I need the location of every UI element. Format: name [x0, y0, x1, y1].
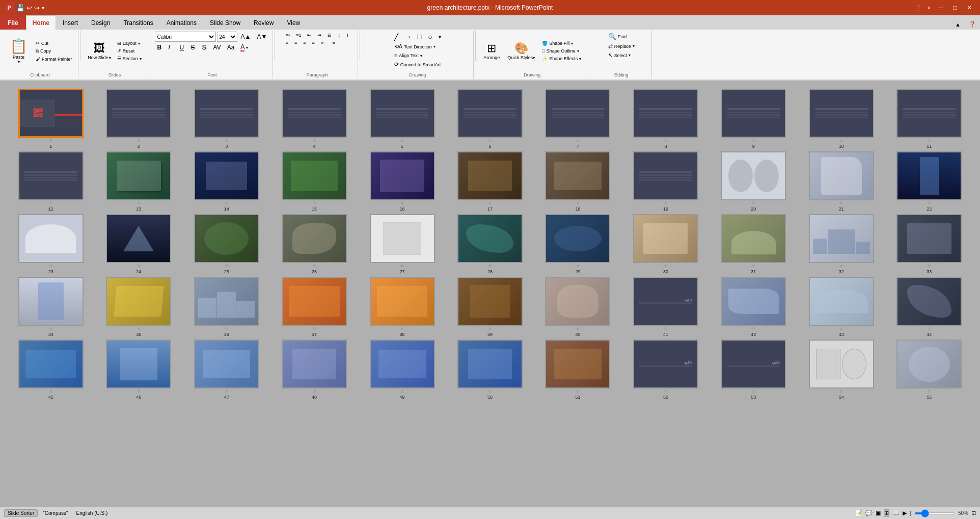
slide-thumb-17[interactable] — [457, 151, 523, 200]
slide-thumb-53[interactable]: دانلود — [721, 340, 786, 388]
increase-indent-button[interactable]: ⇥ — [315, 32, 324, 39]
bold-button[interactable]: B — [155, 43, 165, 52]
slide-thumb-8[interactable] — [633, 89, 698, 138]
shadow-button[interactable]: S — [200, 43, 210, 52]
align-right-button[interactable]: ≡ — [301, 39, 308, 46]
slide-thumb-11[interactable] — [896, 89, 962, 138]
slideshow-tab[interactable]: Slide Show — [203, 15, 247, 30]
normal-view-btn[interactable]: ▣ — [876, 510, 881, 516]
copy-button[interactable]: ⧉ Copy — [33, 47, 75, 55]
slide-thumb-23[interactable] — [18, 214, 84, 263]
help-ribbon-icon[interactable]: ❓ — [965, 19, 980, 30]
slide-thumb-43[interactable] — [809, 277, 874, 326]
font-case-button[interactable]: Aa — [225, 43, 237, 52]
slide-thumb-39[interactable] — [457, 277, 523, 326]
line-spacing-button[interactable]: ↕ — [335, 32, 343, 39]
home-tab[interactable]: Home — [26, 15, 56, 30]
oval-shape-button[interactable]: ○ — [425, 32, 434, 42]
zoom-slider[interactable] — [914, 512, 955, 514]
compass-btn[interactable]: "Compass" — [40, 510, 71, 516]
slide-thumb-13[interactable] — [106, 151, 171, 200]
redo-button[interactable]: ↪ — [34, 4, 40, 12]
slide-thumb-34[interactable] — [18, 277, 84, 326]
slide-thumb-47[interactable] — [194, 340, 259, 388]
maximize-button[interactable]: □ — [948, 3, 962, 13]
slide-thumb-18[interactable] — [545, 151, 610, 200]
slide-thumb-19[interactable] — [633, 151, 698, 200]
slide-thumb-6[interactable] — [457, 89, 523, 138]
align-center-button[interactable]: ≡ — [292, 39, 300, 46]
animations-tab[interactable]: Animations — [160, 15, 203, 30]
increase-font-button[interactable]: A▲ — [238, 32, 254, 41]
slide-thumb-22[interactable] — [896, 151, 962, 200]
slide-thumb-30[interactable] — [633, 214, 698, 263]
slide-thumb-16[interactable] — [370, 151, 435, 200]
slide-thumb-32[interactable] — [809, 214, 874, 263]
slide-thumb-15[interactable] — [282, 151, 347, 200]
fit-slide-btn[interactable]: ⊡ — [971, 510, 976, 516]
slide-thumb-10[interactable] — [809, 89, 874, 138]
strikethrough-button[interactable]: S — [188, 43, 199, 52]
new-slide-dropdown[interactable]: ▾ — [109, 56, 111, 60]
slide-thumb-33[interactable] — [896, 214, 962, 263]
text-indent-button[interactable]: ⇤ — [318, 39, 328, 46]
paste-dropdown[interactable]: ▾ — [18, 60, 20, 64]
quick-styles-button[interactable]: 🎨 Quick Styles ▾ — [505, 40, 537, 62]
align-text-button[interactable]: ≡ Align Text ▾ — [392, 51, 425, 60]
slide-thumb-55[interactable] — [896, 340, 962, 388]
slide-thumb-35[interactable] — [106, 277, 171, 326]
convert-smartart-button[interactable]: ⟳ Convert to SmartArt — [392, 60, 444, 69]
slide-thumb-54[interactable] — [809, 340, 874, 388]
slide-thumb-41[interactable]: دانلود — [633, 277, 698, 326]
spacing-button[interactable]: AV — [211, 43, 224, 52]
italic-button[interactable]: I — [166, 43, 176, 52]
font-size-select[interactable]: 24 — [217, 32, 237, 42]
decrease-font-button[interactable]: A▼ — [254, 32, 269, 41]
slide-thumb-7[interactable] — [545, 89, 610, 138]
justify-button[interactable]: ≡ — [310, 39, 317, 46]
font-color-dropdown[interactable]: ▾ — [246, 45, 248, 50]
file-tab[interactable]: File — [0, 15, 26, 30]
slide-thumb-37[interactable] — [282, 277, 347, 326]
underline-button[interactable]: U — [177, 43, 187, 52]
slide-thumb-5[interactable] — [370, 89, 435, 138]
slide-thumb-31[interactable] — [721, 214, 786, 263]
slide-sorter[interactable]: ﷽☆1☆2☆3☆4☆5☆6☆7☆8☆9☆10☆11☆12☆13☆14☆15☆16… — [0, 81, 980, 507]
slide-thumb-25[interactable] — [194, 214, 259, 263]
slide-thumb-52[interactable]: دانلود — [633, 340, 698, 388]
transitions-tab[interactable]: Transitions — [117, 15, 159, 30]
design-tab[interactable]: Design — [85, 15, 117, 30]
slide-thumb-9[interactable] — [721, 89, 786, 138]
slide-thumb-27[interactable] — [370, 214, 435, 263]
slide-thumb-14[interactable] — [194, 151, 259, 200]
arrange-button[interactable]: ⊞ Arrange — [480, 40, 503, 62]
text-direction-button[interactable]: ⟲A Text Direction ▾ — [392, 42, 438, 51]
reset-button[interactable]: ↺ Reset — [115, 47, 144, 55]
minimize-button[interactable]: ─ — [934, 3, 947, 13]
slide-thumb-40[interactable] — [545, 277, 610, 326]
ribbon-minimize-icon[interactable]: ▲ — [951, 19, 965, 30]
find-button[interactable]: 🔍 Find — [606, 32, 630, 41]
font-color-button[interactable]: A ▾ — [238, 42, 251, 53]
select-button[interactable]: ↖ Select ▾ — [606, 51, 633, 60]
comments-btn[interactable]: 💬 — [865, 510, 873, 516]
slideshow-btn[interactable]: ▶ — [903, 510, 907, 516]
qat-dropdown[interactable]: ▾ — [42, 5, 44, 11]
numbering-button[interactable]: ≡1 — [293, 32, 304, 39]
slide-thumb-24[interactable] — [106, 214, 171, 263]
reading-view-btn[interactable]: 📖 — [892, 510, 900, 516]
slide-thumb-45[interactable] — [18, 340, 84, 388]
slide-thumb-12[interactable] — [18, 151, 84, 200]
slide-thumb-42[interactable] — [721, 277, 786, 326]
new-slide-button[interactable]: 🖼 New Slide ▾ — [85, 40, 114, 62]
slide-thumb-36[interactable] — [194, 277, 259, 326]
decrease-indent-button[interactable]: ⇤ — [305, 32, 314, 39]
rect-shape-button[interactable]: □ — [415, 32, 424, 42]
slide-thumb-1[interactable]: ﷽ — [18, 89, 84, 138]
language-btn[interactable]: English (U.S.) — [73, 510, 111, 516]
replace-button[interactable]: ⇄ Replace ▾ — [606, 42, 637, 50]
text-indent2-button[interactable]: ⇥ — [329, 39, 338, 46]
line-shape-button[interactable]: ╱ — [392, 32, 401, 42]
close-button[interactable]: ✕ — [963, 3, 976, 13]
sorter-view-btn[interactable]: ⊞ — [884, 509, 889, 517]
